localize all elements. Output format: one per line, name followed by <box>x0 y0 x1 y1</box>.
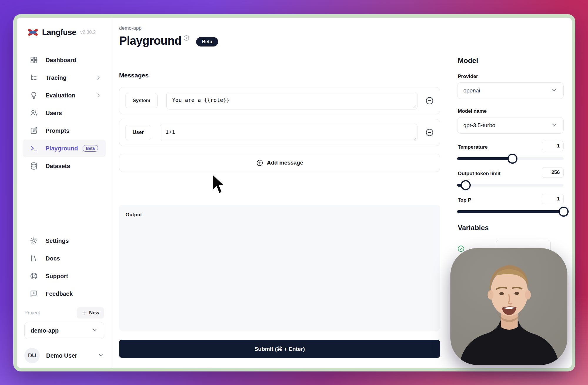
provider-select-value: openai <box>463 87 480 94</box>
temperature-label: Temperature <box>458 144 488 150</box>
model-panel-title: Model <box>458 57 478 65</box>
remove-message-button[interactable] <box>425 96 434 105</box>
info-icon[interactable] <box>183 35 190 42</box>
model-name-select[interactable]: gpt-3.5-turbo <box>457 117 564 134</box>
plus-icon <box>81 310 87 316</box>
chevron-right-icon <box>95 74 102 81</box>
sidebar-item-datasets[interactable]: Datasets <box>23 157 106 175</box>
evaluation-icon <box>30 91 38 99</box>
langfuse-logo-icon <box>27 28 39 37</box>
chevron-down-icon <box>551 122 557 129</box>
new-project-button[interactable]: New <box>77 307 104 318</box>
sidebar-item-playground[interactable]: Playground Beta <box>23 140 106 157</box>
webcam-person <box>450 248 567 365</box>
slider-thumb[interactable] <box>559 207 569 217</box>
main-content: demo-app Playground Beta Messages System… <box>119 18 440 368</box>
prompts-icon <box>30 127 38 135</box>
plus-circle-icon <box>256 159 263 167</box>
sidebar-nav: Dashboard Tracing Evaluation <box>17 51 112 175</box>
project-select[interactable]: demo-app <box>24 322 104 339</box>
dashboard-icon <box>30 56 38 64</box>
sidebar-item-evaluation[interactable]: Evaluation <box>23 87 106 104</box>
avatar: DU <box>24 348 40 363</box>
breadcrumb[interactable]: demo-app <box>119 25 142 31</box>
provider-select[interactable]: openai <box>457 82 564 99</box>
sidebar-item-dashboard[interactable]: Dashboard <box>23 51 106 69</box>
sidebar-bottom: Settings Docs Support <box>17 232 112 363</box>
webcam-overlay <box>450 248 567 365</box>
playground-icon <box>30 144 38 152</box>
mouse-cursor <box>211 173 227 195</box>
message-textarea-user[interactable]: 1+1 <box>160 124 417 141</box>
model-name-select-value: gpt-3.5-turbo <box>463 122 495 129</box>
support-icon <box>30 272 38 280</box>
sidebar-item-docs[interactable]: Docs <box>23 250 106 267</box>
user-menu[interactable]: DU Demo User <box>24 348 104 363</box>
output-token-limit-value[interactable]: 256 <box>542 167 564 178</box>
variables-title: Variables <box>458 224 489 232</box>
provider-label: Provider <box>458 74 478 79</box>
sidebar-item-users[interactable]: Users <box>23 104 106 122</box>
message-textarea-system[interactable]: You are a {{role}} <box>166 92 417 109</box>
model-name-label: Model name <box>458 108 487 114</box>
beta-badge: Beta <box>196 37 218 47</box>
output-token-limit-slider[interactable] <box>457 180 564 190</box>
docs-icon <box>30 254 38 263</box>
logo-row: Langfuse v2.30.2 <box>27 28 112 37</box>
page-title: Playground <box>119 34 181 47</box>
slider-thumb[interactable] <box>507 154 517 164</box>
sidebar-item-prompts[interactable]: Prompts <box>23 122 106 140</box>
top-p-slider[interactable] <box>457 207 564 217</box>
app-version: v2.30.2 <box>80 30 96 35</box>
add-message-button[interactable]: Add message <box>119 154 440 172</box>
project-row: Project New <box>24 307 104 318</box>
role-button-system[interactable]: System <box>125 93 158 108</box>
top-p-label: Top P <box>458 197 471 203</box>
brand-name: Langfuse <box>42 28 76 37</box>
sidebar: Langfuse v2.30.2 Dashboard Tracing <box>17 18 112 368</box>
temperature-slider[interactable] <box>457 154 564 164</box>
top-p-value[interactable]: 1 <box>542 194 564 204</box>
project-label: Project <box>24 310 40 316</box>
chevron-down-icon <box>98 352 104 359</box>
tracing-icon <box>30 74 38 82</box>
role-button-user[interactable]: User <box>125 125 151 140</box>
minus-circle-icon <box>425 128 434 137</box>
settings-icon <box>30 237 38 245</box>
output-token-limit-label: Output token limit <box>458 171 500 177</box>
playground-beta-badge: Beta <box>83 145 98 152</box>
chevron-right-icon <box>95 92 102 99</box>
minus-circle-icon <box>425 96 434 105</box>
title-row: Playground Beta <box>119 34 218 47</box>
chevron-down-icon <box>551 87 557 94</box>
user-name: Demo User <box>46 352 77 359</box>
sidebar-item-support[interactable]: Support <box>23 267 106 285</box>
submit-button[interactable]: Submit (⌘ + Enter) <box>119 340 440 358</box>
sidebar-item-feedback[interactable]: Feedback <box>23 285 106 303</box>
message-row-user: User 1+1 <box>119 119 440 146</box>
messages-section-title: Messages <box>119 72 148 79</box>
sidebar-item-tracing[interactable]: Tracing <box>23 69 106 87</box>
message-row-system: System You are a {{role}} <box>119 87 440 114</box>
remove-message-button[interactable] <box>425 128 434 137</box>
chevron-down-icon <box>91 327 98 334</box>
output-label: Output <box>126 212 434 218</box>
feedback-icon <box>30 290 38 298</box>
project-select-value: demo-app <box>31 327 59 334</box>
temperature-value[interactable]: 1 <box>542 141 564 151</box>
slider-thumb[interactable] <box>461 180 471 190</box>
sidebar-item-settings[interactable]: Settings <box>23 232 106 250</box>
output-panel: Output <box>119 205 440 331</box>
datasets-icon <box>30 162 38 170</box>
users-icon <box>30 109 38 117</box>
